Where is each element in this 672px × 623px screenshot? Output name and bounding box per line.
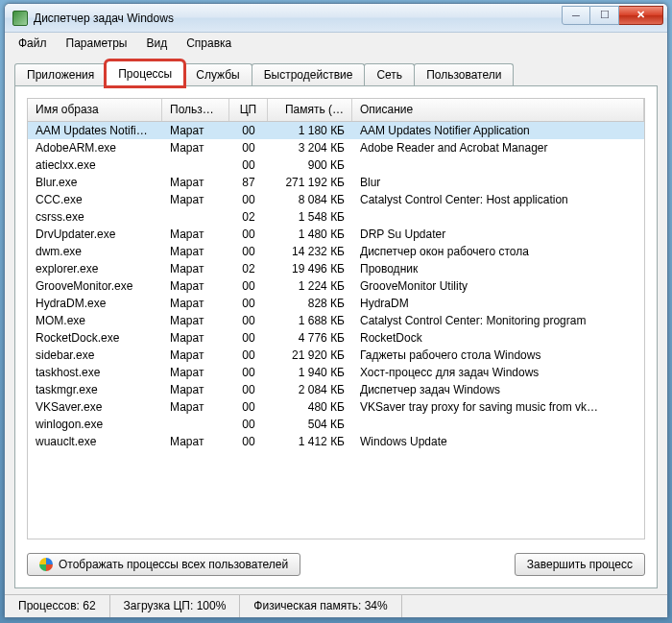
app-icon: [12, 11, 28, 26]
close-button[interactable]: ✕: [619, 6, 663, 25]
table-row[interactable]: CCC.exeМарат008 084 КБCatalyst Control C…: [28, 191, 644, 208]
cell-image: HydraDM.exe: [28, 296, 162, 311]
table-row[interactable]: explorer.exeМарат0219 496 КБПроводник: [28, 260, 644, 277]
show-all-users-button[interactable]: Отображать процессы всех пользователей: [27, 553, 300, 576]
table-row[interactable]: atieclxx.exe00900 КБ: [28, 156, 644, 174]
cell-mem: 480 КБ: [268, 399, 352, 415]
panel-bottom: Отображать процессы всех пользователей З…: [27, 553, 645, 576]
cell-desc: VKSaver tray proxy for saving music from…: [352, 399, 644, 415]
cell-image: atieclxx.exe: [28, 157, 162, 173]
table-row[interactable]: taskhost.exeМарат001 940 КБХост-процесс …: [28, 364, 644, 381]
menu-help[interactable]: Справка: [179, 35, 239, 52]
table-row[interactable]: dwm.exeМарат0014 232 КБДиспетчер окон ра…: [28, 243, 644, 260]
end-process-label: Завершить процесс: [527, 558, 633, 571]
cell-cpu: 00: [229, 399, 268, 415]
cell-user: Марат: [162, 261, 229, 276]
col-desc[interactable]: Описание: [352, 99, 644, 121]
cell-cpu: 00: [229, 278, 268, 294]
cell-user: Марат: [162, 347, 229, 363]
cell-user: Марат: [162, 399, 229, 415]
col-image[interactable]: Имя образа: [28, 99, 162, 121]
cell-cpu: 00: [229, 417, 268, 432]
table-row[interactable]: VKSaver.exeМарат00480 КБVKSaver tray pro…: [28, 398, 644, 416]
cell-user: Марат: [162, 140, 229, 156]
cell-mem: 1 180 КБ: [268, 123, 352, 138]
cell-user: Марат: [162, 192, 229, 207]
cell-user: Марат: [162, 175, 229, 190]
end-process-button[interactable]: Завершить процесс: [515, 553, 645, 576]
cell-desc: Хост-процесс для задач Windows: [352, 365, 644, 380]
status-bar: Процессов: 62 Загрузка ЦП: 100% Физическ…: [5, 594, 667, 617]
menu-file[interactable]: Файл: [11, 35, 55, 52]
table-row[interactable]: Blur.exeМарат87271 192 КБBlur: [28, 174, 644, 191]
cell-image: taskmgr.exe: [28, 382, 162, 397]
cell-desc: Catalyst Control Center: Host applicatio…: [352, 192, 644, 207]
cell-image: winlogon.exe: [28, 417, 162, 432]
window-buttons: ─ ☐ ✕: [562, 6, 663, 25]
tab-users[interactable]: Пользователи: [414, 63, 514, 85]
table-row[interactable]: taskmgr.exeМарат002 084 КБДиспетчер зада…: [28, 381, 644, 398]
table-row[interactable]: HydraDM.exeМарат00828 КБHydraDM: [28, 295, 644, 312]
table-row[interactable]: wuauclt.exeМарат001 412 КБWindows Update: [28, 433, 644, 450]
cell-mem: 1 224 КБ: [268, 278, 352, 294]
cell-image: Blur.exe: [28, 175, 162, 190]
table-row[interactable]: MOM.exeМарат001 688 КБCatalyst Control C…: [28, 312, 644, 329]
cell-user: Марат: [162, 278, 229, 294]
cell-mem: 8 084 КБ: [268, 192, 352, 207]
cell-mem: 21 920 КБ: [268, 347, 352, 363]
cell-image: taskhost.exe: [28, 365, 162, 380]
menu-options[interactable]: Параметры: [59, 35, 135, 52]
cell-user: Марат: [162, 382, 229, 397]
uac-shield-icon: [39, 558, 53, 571]
cell-mem: 19 496 КБ: [268, 261, 352, 276]
menu-view[interactable]: Вид: [138, 35, 175, 52]
col-mem[interactable]: Память (…: [268, 99, 352, 121]
table-row[interactable]: DrvUpdater.exeМарат001 480 КБDRP Su Upda…: [28, 226, 644, 243]
cell-mem: 828 КБ: [268, 296, 352, 311]
cell-mem: 271 192 КБ: [268, 175, 352, 190]
cell-cpu: 02: [229, 209, 268, 225]
table-row[interactable]: RocketDock.exeМарат004 776 КБRocketDock: [28, 329, 644, 347]
cell-cpu: 00: [229, 296, 268, 311]
table-row[interactable]: GrooveMonitor.exeМарат001 224 КБGrooveMo…: [28, 277, 644, 295]
cell-user: Марат: [162, 123, 229, 138]
cell-image: wuauclt.exe: [28, 434, 162, 449]
maximize-button[interactable]: ☐: [590, 6, 619, 25]
tab-network[interactable]: Сеть: [364, 63, 415, 85]
cell-desc: AAM Updates Notifier Application: [352, 123, 644, 138]
table-row[interactable]: AAM Updates Notifi…Марат001 180 КБAAM Up…: [28, 122, 644, 139]
cell-desc: [352, 164, 644, 166]
menu-bar: Файл Параметры Вид Справка: [5, 33, 667, 54]
cell-image: csrss.exe: [28, 209, 162, 225]
tab-applications[interactable]: Приложения: [14, 63, 107, 85]
cell-mem: 3 204 КБ: [268, 140, 352, 156]
cell-mem: 14 232 КБ: [268, 244, 352, 259]
table-row[interactable]: sidebar.exeМарат0021 920 КБГаджеты рабоч…: [28, 347, 644, 364]
tab-services[interactable]: Службы: [183, 63, 252, 85]
cell-cpu: 00: [229, 313, 268, 328]
tab-processes[interactable]: Процессы: [106, 60, 184, 86]
cell-image: dwm.exe: [28, 244, 162, 259]
minimize-button[interactable]: ─: [562, 6, 590, 25]
table-row[interactable]: AdobeARM.exeМарат003 204 КБAdobe Reader …: [28, 139, 644, 156]
titlebar[interactable]: Диспетчер задач Windows ─ ☐ ✕: [5, 4, 667, 33]
tab-performance[interactable]: Быстродействие: [252, 63, 366, 85]
cell-cpu: 02: [229, 261, 268, 276]
cell-user: [162, 164, 229, 166]
table-row[interactable]: csrss.exe021 548 КБ: [28, 208, 644, 226]
cell-user: Марат: [162, 434, 229, 449]
table-row[interactable]: winlogon.exe00504 КБ: [28, 416, 644, 433]
col-user[interactable]: Польз…: [162, 99, 229, 121]
col-cpu[interactable]: ЦП: [229, 99, 268, 121]
cell-desc: HydraDM: [352, 296, 644, 311]
cell-desc: RocketDock: [352, 330, 644, 346]
cell-image: RocketDock.exe: [28, 330, 162, 346]
status-memory: Физическая память: 34%: [240, 595, 401, 617]
cell-cpu: 00: [229, 227, 268, 242]
show-all-users-label: Отображать процессы всех пользователей: [59, 558, 288, 571]
table-body[interactable]: AAM Updates Notifi…Марат001 180 КБAAM Up…: [28, 122, 644, 539]
cell-user: [162, 216, 229, 218]
cell-desc: [352, 216, 644, 218]
cell-user: [162, 423, 229, 425]
cell-desc: Catalyst Control Center: Monitoring prog…: [352, 313, 644, 328]
